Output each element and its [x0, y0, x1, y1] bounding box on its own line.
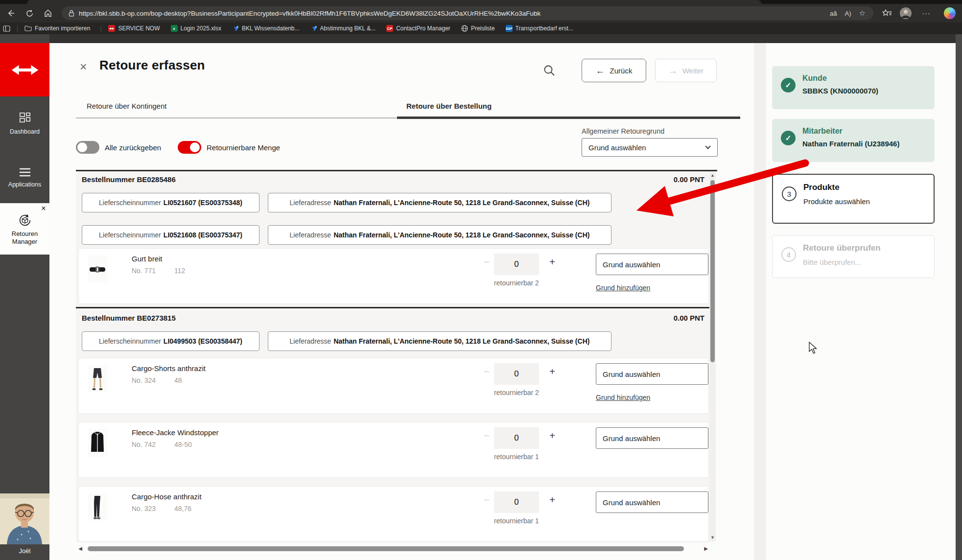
scroll-right-icon[interactable]: ▶ [703, 546, 709, 551]
favorite-item-login-xlsx[interactable]: x Login 2025.xlsx [171, 25, 221, 32]
quantity-plus-button[interactable]: + [547, 366, 558, 377]
quantity-input[interactable]: 0 [494, 427, 539, 449]
cp-icon: CP [386, 25, 393, 32]
favorite-item-transportbedarf[interactable]: SAP Transportbedarf erst... [506, 25, 573, 32]
favorite-item-abstimmung-bkl[interactable]: Abstimmung BKL &... [310, 25, 376, 32]
delivery-note-number-button[interactable]: Lieferscheinnummer LI0521607 (ES00375348… [82, 193, 259, 212]
browser-back-button[interactable] [5, 7, 17, 19]
product-image-pants [88, 493, 107, 521]
step-subtitle: Nathan Fraternali (U238946) [802, 140, 899, 148]
app-sidebar: Dashboard Applications × Retouren Manage… [0, 34, 49, 560]
ribbon-icon [232, 25, 239, 32]
return-box-icon [0, 213, 49, 228]
next-button[interactable]: → Weiter [655, 59, 717, 82]
toggle-retournierbare-menge[interactable] [178, 141, 201, 154]
sidebar-panel-button[interactable] [3, 25, 10, 32]
quantity-input[interactable]: 0 [494, 491, 539, 513]
sbb-logo[interactable] [0, 43, 49, 96]
general-reason-label: Allgemeiner Retouregrund [582, 127, 664, 135]
scroll-left-icon[interactable]: ◀ [77, 546, 84, 551]
product-reason-select[interactable]: Grund auswählen [596, 491, 708, 513]
read-aloud-icon[interactable]: A) [845, 10, 851, 17]
favorite-item-import[interactable]: Favoriten importieren [24, 25, 90, 32]
quantity-minus-button[interactable]: − [481, 494, 492, 506]
back-button[interactable]: ← Zurück [582, 59, 646, 82]
quantity-plus-button[interactable]: + [547, 430, 558, 442]
product-name: Fleece-Jacke Windstopper [132, 428, 219, 437]
favorites-list-button[interactable] [881, 7, 893, 19]
browser-tab-strip [0, 0, 962, 4]
product-reason-select[interactable]: Grund auswählen [596, 363, 708, 385]
favorite-item-servicenow[interactable]: SERVICE NOW [108, 25, 160, 32]
step-produkte[interactable]: 3 Produkte Produkte auswählen [772, 174, 935, 224]
tab-retoure-kontingent[interactable]: Retoure über Kontingent [87, 102, 166, 110]
quantity-plus-button[interactable]: + [547, 494, 558, 506]
tab-retoure-bestellung[interactable]: Retoure über Bestellung [406, 102, 492, 110]
dialog-close-icon[interactable]: × [80, 61, 87, 73]
product-name: Cargo-Hose anthrazit [132, 492, 202, 501]
refresh-icon [25, 9, 34, 18]
add-reason-link[interactable]: Grund hinzufügen [596, 284, 650, 292]
quantity-minus-button[interactable]: − [481, 257, 492, 268]
delivery-note-number-button[interactable]: Lieferscheinnummer LI0521608 (ES00375347… [82, 225, 259, 245]
delivery-note-number-button[interactable]: Lieferscheinnummer LI0499503 (ES00358447… [82, 331, 259, 351]
profile-photo[interactable] [0, 493, 49, 544]
address-bar[interactable]: https://bkl.sbb.b-op.com/bop-desktop?Bus… [62, 6, 873, 20]
general-reason-select[interactable]: Grund auswählen [582, 138, 718, 157]
step-kunde[interactable]: ✓ Kunde SBBKS (KN00000070) [772, 66, 935, 109]
vertical-scrollbar[interactable]: ▲ ▼ [709, 172, 716, 541]
add-reason-link[interactable]: Grund hinzufügen [596, 394, 650, 401]
delivery-address-button[interactable]: Lieferadresse Nathan Fraternali, L'Ancie… [268, 225, 611, 245]
wizard-steps-panel: ✓ Kunde SBBKS (KN00000070) ✓ Mitarbeiter… [766, 43, 956, 560]
step-mitarbeiter[interactable]: ✓ Mitarbeiter Nathan Fraternali (U238946… [772, 119, 935, 162]
quantity-minus-button[interactable]: − [481, 366, 492, 377]
delivery-address-button[interactable]: Lieferadresse Nathan Fraternali, L'Ancie… [268, 331, 611, 351]
vertical-scrollbar-thumb[interactable] [710, 180, 715, 362]
product-reason-select[interactable]: Grund auswählen [596, 427, 708, 449]
browser-menu-button[interactable]: ··· [920, 7, 932, 19]
search-button[interactable] [543, 64, 556, 79]
window-right-edge [956, 34, 962, 560]
sidebar-item-applications[interactable]: Applications [0, 167, 49, 188]
copilot-button[interactable] [944, 7, 956, 19]
browser-active-tab[interactable] [27, 0, 761, 4]
favorite-item-bkl-wissensdatenbank[interactable]: BKL Wissensdatenb... [232, 25, 300, 32]
panel-seam [754, 43, 766, 560]
browser-refresh-button[interactable] [23, 7, 35, 19]
order-points: 0.00 PNT [674, 175, 704, 184]
scroll-up-icon[interactable]: ▲ [709, 173, 716, 178]
close-app-icon[interactable]: × [41, 204, 46, 212]
horizontal-scrollbar-thumb[interactable] [88, 546, 684, 551]
favorite-item-contactpro[interactable]: CP ContactPro Manager [386, 25, 450, 32]
toggle-alle-zurueckgeben[interactable] [76, 141, 99, 154]
scroll-down-icon[interactable]: ▼ [709, 536, 716, 540]
favorites-bar: Favoriten importieren SERVICE NOW x Logi… [0, 23, 962, 34]
product-name: Cargo-Shorts anthrazit [132, 364, 206, 373]
tab-underline-active [397, 117, 740, 119]
sidebar-item-dashboard[interactable]: Dashboard [0, 112, 49, 135]
product-meta: No. 74248-50 [132, 441, 192, 448]
chevron-down-icon [705, 143, 710, 149]
browser-toolbar: https://bkl.sbb.b-op.com/bop-desktop?Bus… [0, 4, 962, 23]
product-row: Cargo-Hose anthrazit No. 32348,76 − 0 + … [78, 486, 709, 542]
globe-icon [461, 25, 468, 32]
quantity-plus-button[interactable]: + [547, 257, 558, 268]
translate-icon[interactable]: aã [830, 10, 837, 17]
ribbon-icon [310, 25, 317, 32]
profile-name: Joël [0, 544, 49, 560]
browser-profile-avatar[interactable] [900, 7, 912, 19]
quantity-input[interactable]: 0 [494, 254, 539, 275]
favorite-item-preisliste[interactable]: Preisliste [461, 25, 495, 32]
browser-home-button[interactable] [42, 7, 54, 19]
sidebar-item-retouren-manager[interactable]: × Retouren Manager [0, 203, 49, 255]
step-retoure-ueberprufen[interactable]: 4 Retoure überprufen Bitte überprufen... [772, 235, 935, 278]
avatar-icon [900, 7, 912, 19]
product-name: Gurt breit [132, 255, 163, 263]
add-favorite-star-icon[interactable]: ☆ [859, 9, 866, 18]
quantity-input[interactable]: 0 [494, 363, 539, 385]
product-row: Gurt breit No. 771112 − 0 + retournierba… [78, 248, 709, 304]
delivery-address-button[interactable]: Lieferadresse Nathan Fraternali, L'Ancie… [268, 193, 611, 212]
quantity-minus-button[interactable]: − [481, 430, 492, 442]
horizontal-scrollbar[interactable]: ◀ ▶ [77, 544, 709, 553]
product-reason-select[interactable]: Grund auswählen [596, 254, 708, 275]
